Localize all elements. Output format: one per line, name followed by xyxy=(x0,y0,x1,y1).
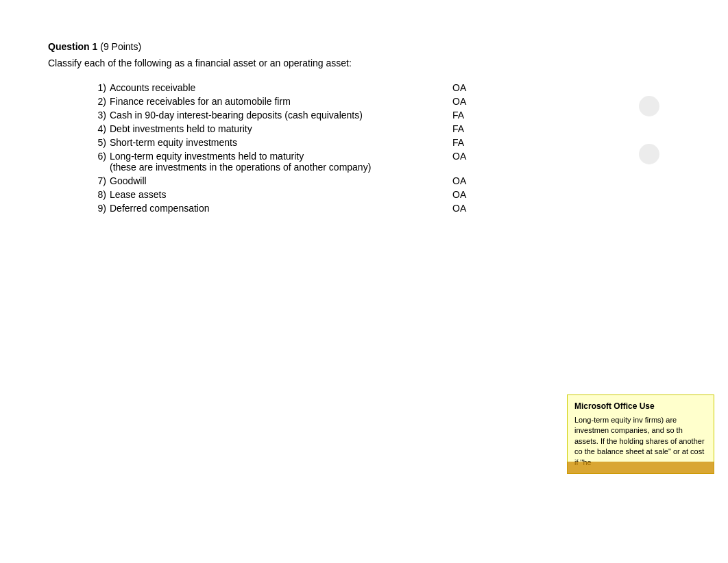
item-number: 4) xyxy=(89,123,106,134)
item-number: 3) xyxy=(89,110,106,121)
list-item: 6)Long-term equity investments held to m… xyxy=(89,151,680,173)
item-classification: FA xyxy=(452,137,464,148)
list-item: 1)Accounts receivableOA xyxy=(89,82,680,93)
list-item: 5)Short-term equity investmentsFA xyxy=(89,137,680,148)
item-text: Deferred compensation xyxy=(110,203,411,214)
item-text: Lease assets xyxy=(110,189,411,200)
item-classification: OA xyxy=(452,203,466,214)
item-number: 5) xyxy=(89,137,106,148)
page-content: Question 1 (9 Points) Classify each of t… xyxy=(0,0,728,244)
list-item: 9)Deferred compensationOA xyxy=(89,203,680,214)
item-subtext: (these are investments in the operations… xyxy=(110,162,680,173)
question-points: (9 Points) xyxy=(100,41,141,52)
item-text: Short-term equity investments xyxy=(110,137,411,148)
list-item: 4)Debt investments held to maturityFA xyxy=(89,123,680,134)
item-classification: OA xyxy=(452,151,466,162)
item-classification: OA xyxy=(452,96,466,107)
list-item: 8)Lease assetsOA xyxy=(89,189,680,200)
list-item: 3)Cash in 90-day interest-bearing deposi… xyxy=(89,110,680,121)
item-classification: OA xyxy=(452,189,466,200)
item-text: Finance receivables for an automobile fi… xyxy=(110,96,411,107)
comment-bubble-1 xyxy=(639,96,659,116)
item-number: 9) xyxy=(89,203,106,214)
tooltip-content: Long-term equity inv firms) are investme… xyxy=(574,415,707,468)
item-number: 8) xyxy=(89,189,106,200)
list-item: 7)GoodwillOA xyxy=(89,175,680,186)
item-number: 2) xyxy=(89,96,106,107)
item-text: Goodwill xyxy=(110,175,411,186)
item-number: 1) xyxy=(89,82,106,93)
question-label: Question 1 xyxy=(48,41,97,52)
question-header: Question 1 (9 Points) xyxy=(48,41,680,52)
item-classification: FA xyxy=(452,110,464,121)
item-classification: FA xyxy=(452,123,464,134)
list-item: 2)Finance receivables for an automobile … xyxy=(89,96,680,107)
item-classification: OA xyxy=(452,82,466,93)
item-number: 6) xyxy=(89,151,106,162)
item-classification: OA xyxy=(452,175,466,186)
item-text: Debt investments held to maturity xyxy=(110,123,411,134)
tooltip-footer-bar xyxy=(567,462,714,474)
items-table: 1)Accounts receivableOA2)Finance receiva… xyxy=(89,82,680,214)
question-intro: Classify each of the following as a fina… xyxy=(48,58,680,68)
tooltip-header: Microsoft Office Use xyxy=(574,401,707,412)
item-number: 7) xyxy=(89,175,106,186)
item-text: Cash in 90-day interest-bearing deposits… xyxy=(110,110,411,121)
comment-bubble-2 xyxy=(639,144,659,164)
item-text: Long-term equity investments held to mat… xyxy=(110,151,411,162)
item-text: Accounts receivable xyxy=(110,82,411,93)
